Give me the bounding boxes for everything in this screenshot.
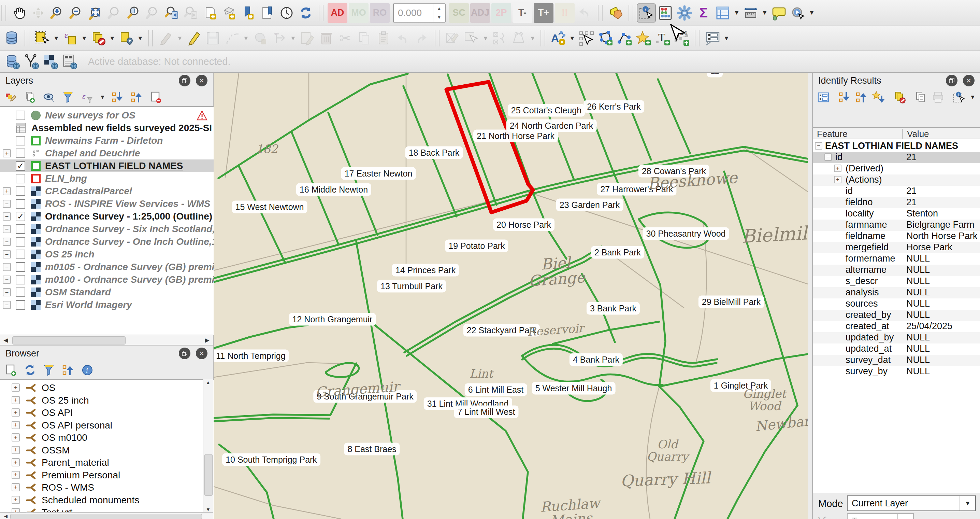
view-combo-arrow-icon[interactable]: ▼ (897, 514, 913, 519)
layer-checkbox[interactable]: ✓ (16, 161, 25, 171)
browser-expander[interactable]: + (11, 433, 20, 441)
result-actions-row[interactable]: +(Actions) (813, 174, 980, 186)
layer-checkbox[interactable] (16, 111, 25, 120)
layer-warning-icon[interactable] (197, 110, 207, 121)
layer-label[interactable]: CP.CadastralParcel (45, 186, 132, 197)
browser-item-label[interactable]: ROS - WMS (41, 482, 94, 493)
scroll-left-icon[interactable]: ◀ (0, 335, 11, 345)
annotation-layer-button[interactable]: A (549, 29, 568, 48)
select-location-dropdown[interactable]: ▼ (136, 29, 145, 48)
browser-expander[interactable]: + (11, 383, 20, 392)
scroll-up-icon[interactable]: ▲ (204, 380, 213, 385)
create-text-along-line-annotation-button[interactable]: abc (672, 29, 691, 48)
layer-item[interactable]: New surveys for OS (0, 109, 213, 121)
layer-item[interactable]: −ROS - INSPIRE View Services - WMS (0, 197, 213, 210)
layer-checkbox[interactable] (16, 262, 25, 272)
advanced-digitizing-button[interactable]: AD (328, 3, 347, 23)
attribute-row[interactable]: fieldnameNorth Horse Park (813, 231, 980, 242)
layer-label[interactable]: ELN_bng (45, 173, 87, 184)
layer-label[interactable]: Chapel and Deuchrie (45, 148, 140, 159)
save-edits-button[interactable] (204, 29, 223, 48)
add-postgis-layer-button[interactable] (3, 52, 22, 71)
layer-expander[interactable]: − (3, 288, 11, 296)
browser-item[interactable]: +OS (0, 382, 213, 394)
split-dropdown[interactable]: ▼ (481, 29, 490, 48)
layer-item[interactable]: −m0100 - Ordnance Survey (GB) premi (0, 273, 213, 286)
layer-checkbox[interactable] (16, 287, 25, 297)
undo-button[interactable] (393, 29, 412, 48)
browser-tree[interactable]: +OS+OS 25 inch+OS API+OS API personal+OS… (0, 379, 213, 519)
browser-expander[interactable]: + (11, 421, 20, 429)
attribute-row[interactable]: updated_byNULL (813, 332, 980, 343)
browser-float-button[interactable] (179, 348, 190, 359)
map-tips-button[interactable] (769, 3, 788, 22)
layer-label[interactable]: OSM Standard (45, 287, 111, 298)
identify-close-button[interactable]: ✕ (963, 75, 975, 86)
layer-checkbox[interactable] (16, 300, 25, 310)
copy-feature-icon[interactable] (915, 91, 928, 104)
layer-expander[interactable]: − (3, 238, 11, 246)
attribute-row[interactable]: survey_byNULL (813, 366, 980, 377)
select-annotation-button[interactable] (577, 29, 596, 48)
refresh-browser-icon[interactable] (23, 363, 37, 377)
value-column-header[interactable]: Value (902, 129, 929, 139)
browser-item[interactable]: +ROS - WMS (0, 481, 213, 494)
add-selected-layer-icon[interactable] (4, 363, 18, 377)
browser-expander[interactable]: + (11, 446, 20, 454)
digitizing-adj-button[interactable]: ADJ (470, 3, 490, 23)
split-features-button[interactable] (462, 29, 481, 48)
layer-checkbox[interactable] (16, 136, 25, 145)
layer-item[interactable]: −✓Ordnance Survey - 1:25,000 (Outline) (0, 210, 213, 223)
show-bookmarks-button[interactable] (258, 3, 277, 22)
move-feature-button[interactable] (250, 29, 270, 48)
attribute-row[interactable]: survey_datNULL (813, 355, 980, 366)
browser-item-label[interactable]: Parent_material (41, 457, 109, 468)
zoom-next-button[interactable] (181, 3, 200, 22)
attribute-row[interactable]: alternameNULL (813, 265, 980, 276)
layer-item[interactable]: +CP.CadastralParcel (0, 185, 213, 197)
layer-expander[interactable]: − (3, 225, 11, 233)
layer-label[interactable]: Ordnance Survey - 1:25,000 (Outline) (45, 211, 212, 222)
digitizing-t-minus-button[interactable]: T- (512, 3, 532, 23)
browser-item-label[interactable]: Premium Personal (41, 470, 120, 481)
browser-expander[interactable]: + (11, 458, 20, 466)
vertex-tool-button[interactable] (270, 29, 289, 48)
browser-expander[interactable]: + (11, 396, 20, 404)
expand-new-results-icon[interactable] (872, 91, 885, 104)
layer-expander[interactable]: − (3, 301, 11, 309)
zoom-in-button[interactable] (48, 3, 67, 22)
redo-button[interactable] (412, 29, 431, 48)
filter-dropdown[interactable]: ▼ (100, 94, 105, 101)
database-manager-button[interactable] (2, 29, 21, 48)
attribute-row[interactable]: farmnameBielgrange Farm (813, 220, 980, 231)
layer-label[interactable]: Ordnance Survey - Six Inch Scotland, (45, 224, 213, 235)
browser-item[interactable]: +Premium Personal (0, 469, 213, 482)
identify-results-table[interactable]: −EAST LOTHIAN FIELD NAMES−id21+(Derived)… (813, 139, 980, 493)
browser-item-label[interactable]: OS 25 inch (41, 395, 89, 406)
zoom-full-extent-button[interactable] (86, 3, 105, 22)
digitizing-undo-button[interactable] (575, 3, 594, 22)
digitizing-value[interactable]: 0.000 (394, 8, 433, 18)
result-feature-row[interactable]: −id21 (813, 152, 980, 163)
layer-checkbox[interactable] (16, 275, 25, 284)
copy-features-button[interactable] (355, 29, 374, 48)
layer-item[interactable]: −OSM Standard (0, 286, 213, 299)
browser-expander[interactable]: + (11, 471, 20, 479)
check-geometries-button[interactable] (606, 3, 625, 22)
mode-combobox[interactable]: Current Layer ▼ (847, 495, 976, 511)
measure-dropdown[interactable]: ▼ (760, 3, 769, 22)
mode-combo-arrow-icon[interactable]: ▼ (959, 496, 975, 511)
browser-item[interactable]: +OS API (0, 407, 213, 419)
zoom-native-resolution-button[interactable]: 1:1 (143, 3, 162, 22)
layer-checkbox[interactable] (16, 187, 25, 196)
layer-expander[interactable]: − (3, 263, 11, 271)
remove-layer-icon[interactable] (149, 91, 163, 104)
layer-item[interactable]: ✓EAST LOTHIAN FIELD NAMES (0, 160, 213, 172)
reshape-features-button[interactable] (443, 29, 462, 48)
result-expander[interactable]: + (834, 176, 842, 184)
digitize-with-segment-button[interactable] (223, 29, 242, 48)
result-expander[interactable]: − (815, 142, 822, 150)
browser-expander[interactable]: + (11, 496, 20, 504)
result-layer-group[interactable]: −EAST LOTHIAN FIELD NAMES (813, 141, 980, 152)
attribute-row[interactable]: id21 (813, 186, 980, 197)
